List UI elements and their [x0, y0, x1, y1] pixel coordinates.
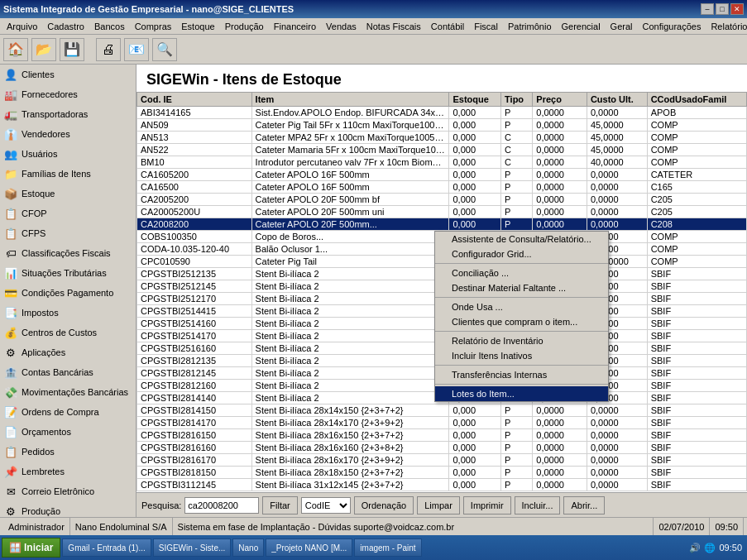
table-row[interactable]: CA20005200UCateter APOLO 20F 500mm uni0,…	[137, 206, 747, 218]
context-menu-item-14[interactable]: Lotes do Item...	[435, 386, 608, 401]
sidebar-item-2[interactable]: 🚛Transportadoras	[0, 104, 136, 124]
table-row[interactable]: CPGSTBI2816170Stent Bi-ilíaca 28x16x170 …	[137, 454, 747, 467]
table-container[interactable]: Cod. IEItemEstoqueTipoPreçoCusto Ult.CCo…	[136, 92, 747, 492]
table-row[interactable]: BM10Introdutor percutaneo valv 7Fr x 10c…	[137, 156, 747, 169]
menu-item-compras[interactable]: Compras	[130, 20, 177, 33]
context-menu-item-1[interactable]: Configurador Grid...	[435, 246, 608, 261]
col-header-5[interactable]: Custo Ult.	[587, 93, 647, 107]
table-row[interactable]: AN522Cateter Mamaria 5Fr x 100cm MaxiTor…	[137, 144, 747, 156]
menu-item-patrimônio[interactable]: Patrimônio	[503, 20, 557, 33]
sidebar-item-7[interactable]: 📋CFOP	[0, 203, 136, 223]
col-header-6[interactable]: CCodUsadoFamil	[647, 93, 746, 107]
toolbar-btn-5[interactable]: 📧	[124, 38, 149, 61]
table-row[interactable]: CPGSTBI2816160Stent Bi-ilíaca 28x16x160 …	[137, 442, 747, 454]
cell-30-3: P	[501, 479, 533, 491]
sidebar-item-22[interactable]: ⚙Produção	[0, 501, 136, 517]
toolbar-btn-1[interactable]: 🏠	[3, 38, 28, 61]
context-menu-item-3[interactable]: Conciliação ...	[435, 266, 608, 280]
abrir-button[interactable]: Abrir...	[563, 496, 605, 515]
context-menu-item-4[interactable]: Destinar Material Faltante ...	[435, 280, 608, 295]
maximize-button[interactable]: □	[716, 3, 729, 15]
filter-button[interactable]: Filtar	[262, 496, 297, 515]
table-row[interactable]: CA2005200Cateter APOLO 20F 500mm bf0,000…	[137, 194, 747, 206]
sidebar-item-18[interactable]: 📄Orçamentos	[0, 422, 136, 442]
toolbar-btn-3[interactable]: 💾	[60, 38, 84, 61]
table-row[interactable]: ABI3414165Sist.Endov.APOLO Endop. BIFURC…	[137, 107, 747, 119]
taskbar-item-1[interactable]: SIGEWin - Siste...	[153, 538, 232, 557]
table-row[interactable]: CA1605200Cateter APOLO 16F 500mm0,000P0,…	[137, 169, 747, 181]
search-input[interactable]	[184, 497, 259, 514]
context-menu[interactable]: Assistente de Consulta/Relatório...Confi…	[434, 231, 609, 402]
menu-item-financeiro[interactable]: Financeiro	[269, 20, 321, 33]
table-row[interactable]: CPGSTBI2814150Stent Bi-ilíaca 28x14x150 …	[137, 404, 747, 417]
menu-item-configurações[interactable]: Configurações	[637, 20, 706, 33]
sidebar-item-0[interactable]: 👤Clientes	[0, 65, 136, 84]
sidebar-item-15[interactable]: 🏦Contas Bancárias	[0, 362, 136, 382]
clear-button[interactable]: Limpar	[417, 496, 460, 515]
sidebar-item-12[interactable]: 📑Impostos	[0, 303, 136, 323]
sidebar-item-21[interactable]: ✉Correio Eletrônico	[0, 481, 136, 501]
menu-item-notas fiscais[interactable]: Notas Fiscais	[362, 20, 426, 33]
col-header-1[interactable]: Item	[251, 93, 449, 107]
sidebar-item-10[interactable]: 📊Situações Tributárias	[0, 263, 136, 283]
table-row[interactable]: CPGSTBI2818150Stent Bi-ilíaca 28x18x150 …	[137, 467, 747, 479]
print-button[interactable]: Imprimir	[463, 496, 511, 515]
menu-item-arquivo[interactable]: Arquivo	[2, 20, 42, 33]
sidebar-item-3[interactable]: 👔Vendedores	[0, 124, 136, 144]
table-row[interactable]: CA16500Cateter APOLO 16F 500mm0,000P0,00…	[137, 181, 747, 194]
table-row[interactable]: CPGSTBI3112145Stent Bi-ilíaca 31x12x145 …	[137, 479, 747, 491]
toolbar-btn-4[interactable]: 🖨	[96, 38, 121, 61]
table-row[interactable]: CA2008200Cateter APOLO 20F 500mm...0,000…	[137, 218, 747, 231]
menu-item-vendas[interactable]: Vendas	[321, 20, 362, 33]
menu-item-relatórios[interactable]: Relatórios	[706, 20, 747, 33]
toolbar-btn-6[interactable]: 🔍	[152, 38, 177, 61]
col-header-3[interactable]: Tipo	[501, 93, 533, 107]
context-menu-item-12[interactable]: Transferências Internas	[435, 367, 608, 382]
sidebar-item-8[interactable]: 📋CFPS	[0, 223, 136, 243]
minimize-button[interactable]: –	[701, 3, 714, 15]
context-menu-item-6[interactable]: Onde Usa ...	[435, 299, 608, 314]
menu-item-geral[interactable]: Geral	[606, 20, 638, 33]
sidebar-item-6[interactable]: 📦Estoque	[0, 184, 136, 203]
table-row[interactable]: CPGSTBI2816150Stent Bi-ilíaca 28x16x150 …	[137, 429, 747, 442]
sidebar-item-1[interactable]: 🏭Fornecedores	[0, 84, 136, 104]
taskbar-item-2[interactable]: Nano	[232, 538, 264, 557]
sidebar-item-5[interactable]: 📁Famílias de Itens	[0, 164, 136, 184]
menu-item-cadastro[interactable]: Cadastro	[42, 20, 89, 33]
context-menu-item-9[interactable]: Relatório de Inventário	[435, 333, 608, 348]
menu-item-gerencial[interactable]: Gerencial	[557, 20, 606, 33]
sidebar-item-13[interactable]: 💰Centros de Custos	[0, 323, 136, 342]
col-header-4[interactable]: Preço	[533, 93, 587, 107]
menu-item-estoque[interactable]: Estoque	[176, 20, 219, 33]
sidebar-item-11[interactable]: 💳Condições Pagamento	[0, 283, 136, 303]
taskbar-item-4[interactable]: imagem - Paint	[354, 538, 421, 557]
taskbar-item-0[interactable]: Gmail - Entrada (1)...	[62, 538, 151, 557]
sidebar-item-9[interactable]: 🏷Classificações Fiscais	[0, 243, 136, 263]
order-button[interactable]: Ordenação	[354, 496, 414, 515]
menu-item-bancos[interactable]: Bancos	[89, 20, 130, 33]
context-menu-item-10[interactable]: Incluir Itens Inativos	[435, 348, 608, 363]
col-header-0[interactable]: Cod. IE	[137, 93, 252, 107]
start-button[interactable]: 🪟 Iniciar	[2, 538, 60, 558]
menu-item-fiscal[interactable]: Fiscal	[469, 20, 503, 33]
col-header-2[interactable]: Estoque	[449, 93, 501, 107]
sidebar-item-16[interactable]: 💸Movimentações Bancárias	[0, 382, 136, 402]
sidebar-item-4[interactable]: 👥Usuários	[0, 144, 136, 164]
context-menu-item-7[interactable]: Clientes que compram o item...	[435, 314, 608, 329]
sidebar-label-18: Orçamentos	[22, 427, 71, 437]
taskbar-item-3[interactable]: _Projeto NANO [M...	[266, 538, 352, 557]
table-row[interactable]: AN513Cateter MPA2 5Fr x 100cm MaxiTorque…	[137, 132, 747, 144]
sidebar-item-20[interactable]: 📌Lembretes	[0, 462, 136, 481]
toolbar-btn-2[interactable]: 📂	[31, 38, 56, 61]
menu-item-contábil[interactable]: Contábil	[426, 20, 469, 33]
context-menu-item-0[interactable]: Assistente de Consulta/Relatório...	[435, 232, 608, 246]
incluir-button[interactable]: Incluir...	[515, 496, 561, 515]
menu-item-produção[interactable]: Produção	[220, 20, 269, 33]
sidebar-item-19[interactable]: 📋Pedidos	[0, 442, 136, 462]
table-row[interactable]: AN509Cateter Pig Tail 5Fr x 110cm MaxiTo…	[137, 119, 747, 132]
sidebar-item-17[interactable]: 📝Ordens de Compra	[0, 402, 136, 422]
filter-select[interactable]: CodIEItemTipo	[301, 497, 351, 514]
close-button[interactable]: ✕	[730, 3, 744, 15]
sidebar-item-14[interactable]: ⚙Aplicações	[0, 342, 136, 362]
table-row[interactable]: CPGSTBI2814170Stent Bi-ilíaca 28x14x170 …	[137, 417, 747, 429]
